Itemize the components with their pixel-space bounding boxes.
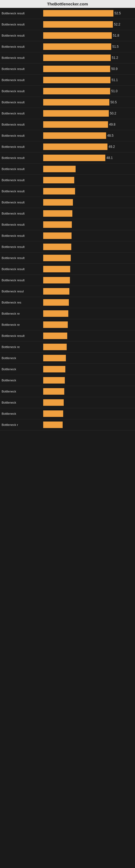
bar-fill <box>43 399 64 406</box>
list-item: Bottleneck result49.2 <box>0 141 135 152</box>
bar-value: 48.5 <box>107 134 114 137</box>
row-label: Bottleneck result <box>0 179 43 182</box>
list-item: Bottleneck resul <box>0 286 135 297</box>
bar-value: 51.5 <box>112 45 119 49</box>
row-label: Bottleneck <box>0 379 43 382</box>
row-label: Bottleneck result <box>0 256 43 259</box>
bar-value: 50.9 <box>111 67 118 71</box>
bar-value: 51.2 <box>112 56 118 60</box>
list-item: Bottleneck result48.1 <box>0 152 135 163</box>
bar-fill <box>43 299 69 306</box>
row-label: Bottleneck result <box>0 112 43 115</box>
bar-fill <box>43 422 63 428</box>
row-label: Bottleneck re <box>0 323 43 326</box>
list-item: Bottleneck result <box>0 275 135 286</box>
bar-value: 52.2 <box>114 23 120 26</box>
bar-fill <box>43 388 64 395</box>
list-item: Bottleneck result51.2 <box>0 52 135 63</box>
bar-fill <box>43 355 66 361</box>
row-label: Bottleneck re <box>0 345 43 348</box>
row-label: Bottleneck r <box>0 423 43 426</box>
list-item: Bottleneck <box>0 375 135 386</box>
row-label: Bottleneck <box>0 368 43 371</box>
list-item: Bottleneck result50.2 <box>0 108 135 119</box>
list-item: Bottleneck result52.5 <box>0 8 135 19</box>
bar-fill <box>43 344 67 350</box>
list-item: Bottleneck <box>0 364 135 375</box>
bar-fill <box>43 10 114 17</box>
bar-fill <box>43 333 67 339</box>
bar-fill <box>43 110 109 117</box>
row-label: Bottleneck result <box>0 234 43 237</box>
bar-fill <box>43 199 73 206</box>
bar-fill <box>43 366 65 372</box>
bar-fill <box>43 132 106 139</box>
list-item: Bottleneck re <box>0 341 135 352</box>
list-item: Bottleneck result <box>0 252 135 264</box>
list-item: Bottleneck result <box>0 208 135 219</box>
row-label: Bottleneck result <box>0 12 43 15</box>
list-item: Bottleneck result52.2 <box>0 19 135 30</box>
bar-fill <box>43 66 110 72</box>
list-item: Bottleneck re <box>0 319 135 330</box>
row-label: Bottleneck result <box>0 334 43 337</box>
list-item: Bottleneck res <box>0 297 135 308</box>
row-label: Bottleneck <box>0 412 43 415</box>
bar-fill <box>43 221 72 228</box>
row-label: Bottleneck resul <box>0 290 43 293</box>
row-label: Bottleneck <box>0 356 43 360</box>
bar-value: 51.1 <box>111 78 118 82</box>
bar-fill <box>43 177 74 183</box>
list-item: Bottleneck result50.5 <box>0 97 135 108</box>
bar-fill <box>43 32 112 39</box>
bar-fill <box>43 166 76 172</box>
row-label: Bottleneck re <box>0 312 43 315</box>
row-label: Bottleneck res <box>0 301 43 304</box>
list-item: Bottleneck result48.5 <box>0 130 135 141</box>
row-label: Bottleneck result <box>0 145 43 148</box>
list-item: Bottleneck result51.8 <box>0 30 135 41</box>
row-label: Bottleneck result <box>0 101 43 104</box>
row-label: Bottleneck <box>0 390 43 393</box>
bar-fill <box>43 232 72 239</box>
row-label: Bottleneck result <box>0 56 43 59</box>
bar-fill <box>43 210 72 217</box>
bar-value: 49.2 <box>108 145 115 149</box>
list-item: Bottleneck result51.5 <box>0 41 135 52</box>
row-label: Bottleneck result <box>0 23 43 26</box>
bar-fill <box>43 266 70 272</box>
bar-fill <box>43 410 63 417</box>
bar-value: 50.5 <box>110 100 117 104</box>
list-item: Bottleneck result <box>0 219 135 230</box>
list-item: Bottleneck r <box>0 420 135 431</box>
row-label: Bottleneck result <box>0 268 43 271</box>
row-label: Bottleneck result <box>0 245 43 248</box>
bar-value: 49.8 <box>109 123 115 126</box>
list-item: Bottleneck result51.0 <box>0 86 135 97</box>
list-item: Bottleneck result51.1 <box>0 74 135 86</box>
bar-fill <box>43 155 105 161</box>
bar-value: 48.1 <box>106 156 113 160</box>
bar-fill <box>43 21 113 28</box>
bar-fill <box>43 99 109 105</box>
bar-fill <box>43 244 71 250</box>
row-label: Bottleneck result <box>0 201 43 204</box>
list-item: Bottleneck result <box>0 163 135 175</box>
bar-fill <box>43 55 111 61</box>
list-item: Bottleneck <box>0 408 135 420</box>
list-item: Bottleneck result <box>0 330 135 341</box>
bar-value: 51.8 <box>113 34 119 37</box>
list-item: Bottleneck <box>0 352 135 364</box>
row-label: Bottleneck result <box>0 167 43 170</box>
list-item: Bottleneck <box>0 386 135 397</box>
list-item: Bottleneck result50.9 <box>0 63 135 74</box>
row-label: Bottleneck result <box>0 123 43 126</box>
bar-fill <box>43 255 71 261</box>
bar-fill <box>43 321 68 328</box>
row-label: Bottleneck result <box>0 34 43 37</box>
list-item: Bottleneck result <box>0 175 135 186</box>
bar-fill <box>43 377 65 383</box>
row-label: Bottleneck result <box>0 212 43 215</box>
row-label: Bottleneck result <box>0 190 43 193</box>
site-title: TheBottlenecker.com <box>0 0 135 8</box>
